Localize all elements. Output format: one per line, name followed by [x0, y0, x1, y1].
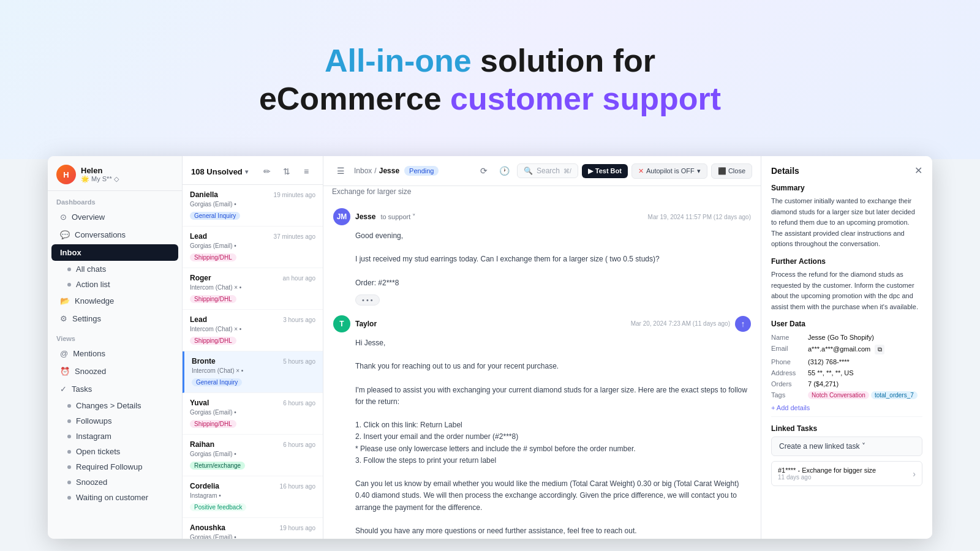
search-label: Search: [537, 167, 560, 175]
sidebar-item-inbox[interactable]: Inbox: [51, 244, 178, 261]
sidebar-item-label: Knowledge: [75, 296, 114, 305]
tasks-icon: ✓: [60, 384, 67, 394]
add-details-button[interactable]: + Add details: [771, 404, 922, 411]
message-group-1: JM Jesse to support ˅ Mar 19, 2024 11:57…: [333, 208, 751, 305]
conversations-icon: 💬: [60, 230, 70, 239]
refresh-icon[interactable]: ⟳: [475, 162, 492, 179]
conv-item-source: Gorgias (Email) •: [190, 409, 315, 416]
conv-item-source: Intercom (Chat) × •: [190, 284, 315, 291]
close-icon: ⬛: [718, 167, 726, 174]
history-icon[interactable]: 🕐: [496, 162, 513, 179]
linked-task-info: #1**** - Exchange for bigger size 11 day…: [778, 467, 876, 481]
sidebar-item-instagram[interactable]: Instagram: [48, 429, 182, 444]
dot-icon: [67, 268, 71, 271]
address-label: Address: [771, 367, 808, 378]
test-bot-button[interactable]: ▶ Test Bot: [582, 164, 628, 178]
msg-to-1: to support ˅: [380, 213, 416, 221]
tag-orders: total_orders_7: [871, 391, 918, 399]
conv-item-time: 19 hours ago: [280, 525, 315, 531]
dot-icon: [67, 450, 71, 454]
list-item[interactable]: Lead 37 minutes ago Gorgias (Email) • Sh…: [183, 227, 323, 268]
conv-item-name: Lead: [190, 232, 207, 241]
list-item[interactable]: Yuval 6 hours ago Gorgias (Email) • Ship…: [183, 393, 323, 435]
play-icon: ▶: [588, 167, 593, 175]
email-label: Email: [771, 343, 808, 356]
list-item[interactable]: Cordelia 16 hours ago Instagram • Positi…: [183, 476, 323, 518]
sidebar-item-followups[interactable]: Followups: [48, 413, 182, 429]
status-badge: Pending: [404, 166, 439, 176]
list-item[interactable]: Daniella 19 minutes ago Gorgias (Email) …: [183, 185, 323, 227]
sender-info-1: JM Jesse to support ˅: [333, 208, 416, 225]
email-value: a***.a***@gmail.com ⧉: [808, 343, 922, 356]
shortcut-hint: ⌘/: [564, 168, 571, 174]
sidebar-item-overview[interactable]: ⊙ Overview: [51, 209, 178, 225]
further-actions-title: Further Actions: [771, 257, 922, 266]
search-box[interactable]: 🔍 Search ⌘/: [517, 163, 578, 178]
conv-item-time: 16 hours ago: [280, 483, 315, 490]
dot-icon: [67, 496, 71, 500]
breadcrumb: Inbox / Jesse: [354, 167, 399, 175]
conv-item-name: Yuval: [190, 399, 209, 407]
sidebar-item-required-followup[interactable]: Required Followup: [48, 459, 182, 474]
dot-icon: [67, 465, 71, 469]
details-panel: Details ✕ Summary The customer initially…: [761, 156, 932, 539]
chevron-down-icon: ▾: [697, 167, 701, 175]
edit-icon[interactable]: ✏: [259, 163, 275, 179]
list-item[interactable]: Anoushka 19 hours ago Gorgias (Email) • …: [183, 518, 323, 539]
linked-task-item[interactable]: #1**** - Exchange for bigger size 11 day…: [771, 461, 922, 486]
sidebar-item-snoozed2[interactable]: Snoozed: [48, 474, 182, 490]
conv-item-name: Bronte: [192, 357, 216, 365]
details-header: Details ✕: [771, 165, 922, 176]
close-button[interactable]: ⬛ Close: [711, 163, 752, 179]
sidebar-user[interactable]: H Helen 🌟 My S** ◇: [48, 156, 182, 191]
sidebar-item-conversations[interactable]: 💬 Conversations: [51, 227, 178, 243]
table-row: Email a***.a***@gmail.com ⧉: [771, 343, 922, 356]
sidebar-item-settings[interactable]: ⚙ Settings: [51, 310, 178, 327]
conv-item-time: 6 hours ago: [283, 441, 315, 448]
sidebar-item-label: Instagram: [76, 432, 111, 441]
autopilot-icon: ✕: [638, 167, 644, 175]
sidebar-item-label: Mentions: [73, 349, 105, 358]
copy-icon[interactable]: ⧉: [875, 345, 884, 354]
msg-more-button[interactable]: • • •: [355, 294, 380, 305]
conv-item-time: 6 hours ago: [283, 400, 315, 407]
filter-icon[interactable]: ≡: [298, 163, 314, 179]
sidebar-item-waiting-on-customer[interactable]: Waiting on customer: [48, 490, 182, 505]
sidebar-item-label: Tasks: [72, 384, 92, 394]
details-close-button[interactable]: ✕: [914, 165, 922, 176]
list-item[interactable]: Lead 3 hours ago Intercom (Chat) × • Shi…: [183, 310, 323, 351]
breadcrumb-inbox[interactable]: Inbox: [354, 167, 372, 175]
create-linked-task-button[interactable]: Create a new linked task ˅: [771, 437, 922, 456]
list-item[interactable]: Roger an hour ago Intercom (Chat) × • Sh…: [183, 268, 323, 310]
sidebar-item-tasks[interactable]: ✓ Tasks: [51, 381, 178, 397]
conv-item-name: Roger: [190, 274, 211, 282]
list-item[interactable]: Raihan 6 hours ago Gorgias (Email) • Ret…: [183, 435, 323, 476]
avatar-taylor: T: [333, 315, 350, 332]
test-bot-label: Test Bot: [595, 167, 622, 174]
sidebar-item-knowledge[interactable]: 📂 Knowledge: [51, 293, 178, 309]
sidebar-toggle-icon[interactable]: ☰: [332, 162, 349, 179]
orders-value: 7 ($4,271): [808, 378, 922, 389]
tags-value: Notch Conversation total_orders_7: [808, 389, 922, 400]
dot-icon: [67, 435, 71, 438]
list-item[interactable]: Bronte 5 hours ago Intercom (Chat) × • G…: [183, 351, 323, 393]
mention-icon: @: [60, 349, 68, 358]
sidebar-item-snoozed[interactable]: ⏰ Snoozed: [51, 363, 178, 380]
dot-icon: [67, 283, 71, 287]
sidebar-item-changes-details[interactable]: Changes > Details: [48, 398, 182, 413]
msg-body-1: Good evening, I just received my stud ea…: [333, 230, 751, 289]
sort-icon[interactable]: ⇅: [279, 163, 295, 179]
msg-actions-1: • • •: [333, 294, 751, 305]
sidebar-item-open-tickets[interactable]: Open tickets: [48, 444, 182, 459]
linked-tasks-title: Linked Tasks: [771, 424, 922, 433]
table-row: Address 55 **, **, **, US: [771, 367, 922, 378]
orders-label: Orders: [771, 378, 808, 389]
autopilot-button[interactable]: ✕ Autopilot is OFF ▾: [631, 163, 707, 179]
sidebar-item-action-list[interactable]: Action list: [48, 277, 182, 292]
chat-header: ☰ Inbox / Jesse Pending ⟳ 🕐 🔍 Search ⌘/ …: [323, 156, 761, 186]
sidebar-item-label: Open tickets: [76, 447, 120, 456]
further-actions-text: Process the refund for the diamond studs…: [771, 269, 922, 312]
sidebar-item-all-chats[interactable]: All chats: [48, 261, 182, 277]
sidebar-item-mentions[interactable]: @ Mentions: [51, 345, 178, 362]
chevron-down-icon[interactable]: ▾: [245, 168, 248, 175]
